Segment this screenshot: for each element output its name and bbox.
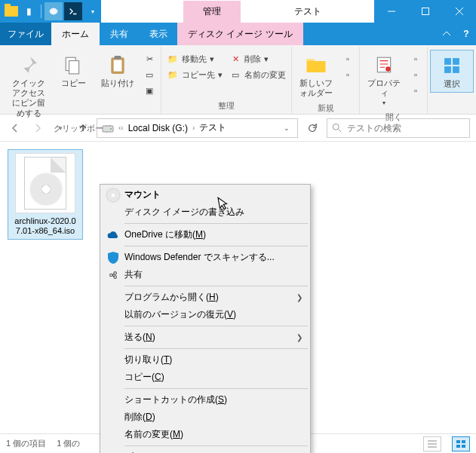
- file-name: archlinux-2020.07.01-x86_64.iso: [14, 216, 75, 235]
- copy-path-button[interactable]: ▭: [140, 67, 158, 82]
- share-tab[interactable]: 共有: [100, 23, 139, 45]
- rename-icon: ▭: [229, 69, 241, 81]
- history-button[interactable]: ▫: [407, 83, 425, 98]
- paste-shortcut-button[interactable]: ▣: [140, 83, 158, 98]
- ctx-properties[interactable]: プロパティ(R): [102, 448, 309, 453]
- pin-icon: [17, 53, 41, 77]
- svg-rect-5: [114, 60, 122, 72]
- context-tab-strip: 管理: [109, 0, 241, 23]
- address-box[interactable]: ‹‹ Local Disk (G:) › テスト ⌄: [97, 118, 298, 138]
- ctx-burn[interactable]: ディスク イメージの書き込み: [102, 204, 309, 221]
- ctx-cut[interactable]: 切り取り(T): [102, 351, 309, 369]
- svg-rect-3: [69, 61, 79, 74]
- cursor-icon: [216, 195, 230, 212]
- easy-access-icon: ▫: [342, 69, 354, 81]
- paste-button[interactable]: 貼り付け: [96, 50, 140, 91]
- ribbon-tabs: ファイル ホーム 共有 表示 ディスク イメージ ツール ?: [0, 23, 476, 45]
- new-group-label: 新規: [318, 101, 334, 116]
- qat-dropdown-button[interactable]: ▾: [84, 2, 102, 20]
- copy-to-button[interactable]: 📁コピー先 ▾: [164, 67, 226, 82]
- title-bar: ▮ ▾ 管理 テスト: [0, 0, 476, 23]
- disc-image-tools-tab[interactable]: ディスク イメージ ツール: [177, 23, 303, 45]
- search-box[interactable]: [327, 118, 470, 138]
- ctx-send-to[interactable]: 送る(N) ❯: [102, 329, 309, 346]
- home-tab[interactable]: ホーム: [51, 23, 100, 45]
- crumb-folder[interactable]: テスト: [196, 121, 229, 134]
- delete-button[interactable]: ✕削除 ▾: [226, 51, 289, 66]
- onedrive-icon: [106, 228, 120, 242]
- new-folder-icon: [304, 53, 328, 77]
- address-dropdown[interactable]: ⌄: [278, 119, 296, 137]
- status-item-count: 1 個の項目: [6, 438, 46, 449]
- qat-properties-button[interactable]: [45, 2, 63, 20]
- properties-icon: [372, 53, 396, 77]
- crumb-root-chevron[interactable]: ‹‹: [118, 124, 124, 132]
- ctx-rename[interactable]: 名前の変更(M): [102, 426, 309, 443]
- view-tab[interactable]: 表示: [139, 23, 178, 45]
- qat-powershell-button[interactable]: [64, 2, 82, 20]
- svg-rect-12: [453, 66, 459, 73]
- chevron-right-icon: ❯: [296, 293, 302, 301]
- history-icon: ▫: [410, 84, 422, 96]
- svg-rect-1: [422, 8, 428, 15]
- forward-button[interactable]: [29, 119, 47, 137]
- refresh-button[interactable]: [302, 118, 322, 138]
- file-tab[interactable]: ファイル: [0, 23, 51, 45]
- share-icon: [106, 268, 120, 282]
- new-item-button[interactable]: ▫: [339, 51, 357, 66]
- quick-access-toolbar: ▮ ▾: [0, 0, 109, 23]
- open-button[interactable]: ▫: [407, 51, 425, 66]
- recent-button[interactable]: ▾: [51, 119, 69, 137]
- ctx-copy[interactable]: コピー(C): [102, 369, 309, 386]
- status-selected-count: 1 個の: [57, 438, 80, 449]
- path-icon: ▭: [143, 69, 155, 81]
- up-button[interactable]: [74, 119, 92, 137]
- ctx-delete[interactable]: 削除(D): [102, 409, 309, 426]
- icons-view-button[interactable]: [452, 436, 470, 451]
- pin-quick-access-button[interactable]: クイック アクセスにピン留めする: [7, 50, 51, 121]
- ctx-mount[interactable]: マウント: [102, 186, 309, 204]
- paste-icon: [106, 53, 130, 77]
- crumb-chevron-1[interactable]: ›: [192, 124, 195, 132]
- new-folder-button[interactable]: 新しいフォルダー: [294, 50, 338, 101]
- folder-icon: [5, 6, 18, 17]
- crumb-drive[interactable]: Local Disk (G:): [125, 123, 191, 133]
- maximize-button[interactable]: [408, 0, 442, 23]
- ctx-onedrive[interactable]: OneDrive に移動(M): [102, 226, 309, 243]
- search-input[interactable]: [347, 123, 465, 133]
- back-button[interactable]: [6, 119, 24, 137]
- context-tab-manage[interactable]: 管理: [183, 1, 241, 23]
- iso-thumbnail: [15, 153, 75, 213]
- ctx-restore-versions[interactable]: 以前のバージョンの復元(V): [102, 306, 309, 323]
- svg-rect-18: [456, 445, 460, 448]
- easy-access-button[interactable]: ▫: [339, 67, 357, 82]
- select-button[interactable]: 選択: [430, 50, 474, 93]
- ctx-defender[interactable]: Windows Defender でスキャンする...: [102, 249, 309, 266]
- details-view-button[interactable]: [423, 436, 441, 451]
- copy-button[interactable]: コピー: [51, 50, 95, 91]
- svg-rect-19: [462, 445, 465, 448]
- svg-rect-9: [444, 58, 451, 65]
- qat-pin-button[interactable]: ▮: [20, 2, 38, 20]
- defender-icon: [106, 251, 120, 265]
- select-group-label: [450, 101, 453, 114]
- minimize-button[interactable]: [374, 0, 408, 23]
- select-icon: [440, 54, 464, 78]
- svg-rect-17: [462, 440, 465, 443]
- properties-button[interactable]: プロパティ▾: [362, 50, 406, 110]
- open-icon: ▫: [410, 53, 422, 65]
- organize-group-label: 整理: [218, 99, 235, 114]
- svg-rect-6: [115, 56, 121, 59]
- file-item-selected[interactable]: archlinux-2020.07.01-x86_64.iso: [8, 149, 83, 240]
- ctx-create-shortcut[interactable]: ショートカットの作成(S): [102, 391, 309, 409]
- move-to-button[interactable]: 📁移動先 ▾: [164, 51, 226, 66]
- close-button[interactable]: [442, 0, 476, 23]
- ctx-open-with[interactable]: プログラムから開く(H) ❯: [102, 289, 309, 306]
- help-button[interactable]: ?: [456, 23, 476, 45]
- chevron-right-icon: ❯: [296, 333, 302, 341]
- cut-button[interactable]: ✂: [140, 51, 158, 66]
- ribbon-collapse-button[interactable]: [437, 23, 456, 45]
- ctx-share[interactable]: 共有: [102, 266, 309, 283]
- rename-button[interactable]: ▭名前の変更: [226, 67, 289, 82]
- edit-button[interactable]: ▫: [407, 67, 425, 82]
